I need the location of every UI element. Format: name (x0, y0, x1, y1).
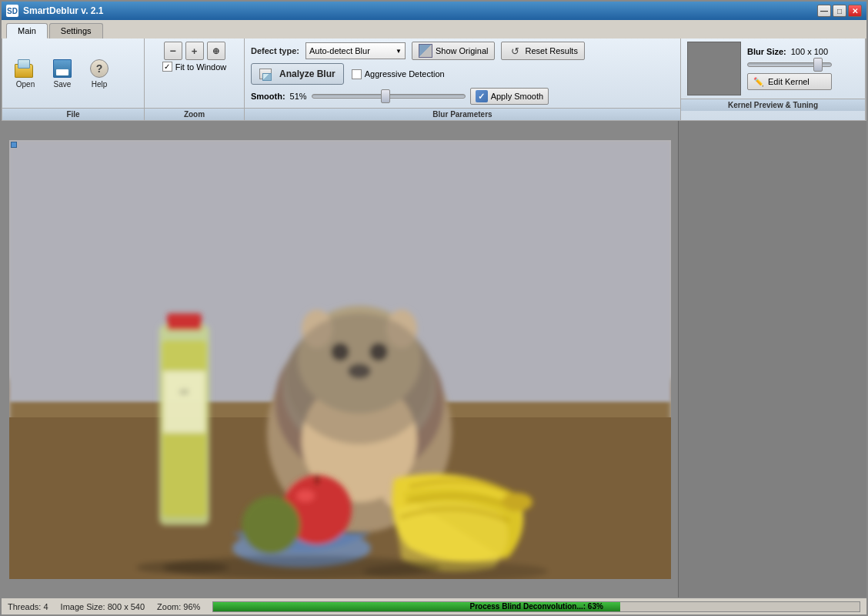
apply-smooth-label: Apply Smooth (491, 92, 543, 101)
blur-row3: Smooth: 51% ✓ Apply Smooth (251, 88, 549, 105)
analyze-blur-label: Analyze Blur (279, 69, 336, 79)
open-button[interactable]: Open (8, 55, 42, 91)
title-controls: — □ ✕ (817, 5, 862, 17)
fit-to-window-label: Fit to Window (175, 62, 227, 72)
svg-point-22 (286, 313, 432, 444)
blur-size-label: Blur Size: (747, 47, 786, 56)
defect-type-value: Auto-detect Blur (309, 46, 370, 55)
image-container: Oil (9, 140, 671, 579)
blur-params-section: Defect type: Auto-detect Blur ▼ Show Ori… (245, 38, 681, 120)
file-section-content: Open Save ? Help (2, 38, 144, 108)
smooth-label: Smooth: (251, 92, 285, 101)
zoom-out-button[interactable]: − (164, 42, 182, 60)
fit-window-row: ✓ Fit to Window (162, 62, 227, 72)
blur-section-content: Defect type: Auto-detect Blur ▼ Show Ori… (245, 38, 680, 108)
smooth-value: 51% (290, 92, 307, 101)
smooth-slider[interactable] (312, 94, 466, 99)
svg-rect-27 (315, 475, 319, 484)
analyze-blur-button[interactable]: Analyze Blur (251, 63, 344, 85)
open-icon-graphic (15, 59, 36, 78)
apply-smooth-button[interactable]: ✓ Apply Smooth (470, 88, 549, 105)
show-original-icon-graphic (419, 44, 432, 58)
tab-bar: Main Settings (2, 20, 866, 38)
zoom-section-content: − + ⊕ ✓ Fit to Window (145, 38, 244, 108)
blur-params-section-label: Blur Parameters (245, 108, 680, 120)
kernel-preview (687, 42, 741, 95)
aggressive-detection-checkbox[interactable] (352, 69, 362, 79)
save-icon-graphic (53, 59, 72, 78)
svg-point-28 (502, 493, 532, 511)
app-icon: SD (6, 5, 18, 17)
kernel-section-label: Kernel Preview & Tuning (681, 99, 865, 111)
close-button[interactable]: ✕ (848, 5, 862, 17)
image-area: Oil (2, 121, 866, 598)
zoom-section-label: Zoom (145, 108, 244, 120)
progress-text: Process Blind Deconvolution...: 63% (213, 602, 860, 611)
zoom-icons-row: − + ⊕ (164, 42, 225, 60)
aggressive-detection-label: Aggressive Detection (365, 69, 445, 79)
svg-point-26 (242, 496, 300, 554)
toolbar: Open Save ? Help File (2, 38, 866, 121)
defect-type-dropdown[interactable]: Auto-detect Blur ▼ (305, 42, 406, 59)
show-original-button[interactable]: Show Original (412, 42, 495, 60)
tab-main[interactable]: Main (6, 23, 48, 38)
progress-bar-container: Process Blind Deconvolution...: 63% (212, 601, 860, 612)
edit-kernel-icon: ✏️ (753, 75, 765, 88)
status-bar: Threads: 4 Image Size: 800 x 540 Zoom: 9… (2, 598, 866, 614)
image-size-status: Image Size: 800 x 540 (61, 602, 145, 611)
show-original-icon (419, 44, 432, 58)
analyze-icon (259, 67, 275, 81)
open-icon (15, 58, 36, 79)
edit-kernel-button[interactable]: ✏️ Edit Kernel (747, 73, 832, 90)
zoom-status: Zoom: 96% (157, 602, 200, 611)
corner-marker (11, 142, 17, 148)
app-window: SD SmartDeblur v. 2.1 — □ ✕ Main Setting… (0, 0, 868, 616)
right-panel (678, 121, 866, 598)
svg-point-25 (296, 490, 315, 502)
fit-to-window-checkbox[interactable]: ✓ (162, 62, 172, 72)
help-label: Help (92, 80, 108, 89)
zoom-section: − + ⊕ ✓ Fit to Window Zoom (145, 38, 245, 120)
zoom-in-button[interactable]: + (185, 42, 204, 60)
zoom-actual-button[interactable]: ⊕ (207, 42, 225, 60)
image-canvas: Oil (2, 121, 678, 598)
blur-row1: Defect type: Auto-detect Blur ▼ Show Ori… (251, 42, 585, 60)
title-bar: SD SmartDeblur v. 2.1 — □ ✕ (2, 2, 866, 20)
save-button[interactable]: Save (45, 55, 79, 91)
help-button[interactable]: ? Help (82, 55, 116, 91)
file-section-label: File (2, 108, 144, 120)
photo-svg: Oil (9, 140, 671, 579)
kernel-right: Blur Size: 100 x 100 ✏️ Edit Kernel (747, 47, 832, 90)
save-icon (52, 58, 73, 79)
kernel-section-content: Blur Size: 100 x 100 ✏️ Edit Kernel (681, 38, 865, 99)
maximize-button[interactable]: □ (833, 5, 846, 17)
blur-size-slider[interactable] (747, 62, 832, 67)
blur-size-value: 100 x 100 (791, 47, 828, 56)
title-bar-left: SD SmartDeblur v. 2.1 (6, 5, 103, 17)
save-label: Save (54, 80, 72, 89)
threads-status: Threads: 4 (8, 602, 48, 611)
window-title: SmartDeblur v. 2.1 (23, 5, 103, 16)
kernel-section: Blur Size: 100 x 100 ✏️ Edit Kernel Kern… (681, 38, 866, 120)
defect-type-label: Defect type: (251, 46, 299, 55)
minimize-button[interactable]: — (817, 5, 831, 17)
show-original-label: Show Original (436, 46, 488, 55)
reset-icon: ↺ (508, 44, 522, 58)
smooth-slider-thumb[interactable] (381, 89, 390, 103)
blur-size-thumb[interactable] (813, 58, 823, 72)
help-icon: ? (88, 58, 110, 79)
file-section: Open Save ? Help File (2, 38, 145, 120)
aggressive-detection-row: Aggressive Detection (352, 69, 445, 79)
edit-kernel-label: Edit Kernel (768, 77, 810, 86)
svg-rect-7 (167, 313, 202, 330)
blur-size-row: Blur Size: 100 x 100 (747, 47, 832, 56)
reset-results-label: Reset Results (525, 46, 577, 55)
tab-settings[interactable]: Settings (49, 23, 103, 38)
dropdown-arrow-icon: ▼ (396, 48, 402, 55)
reset-results-button[interactable]: ↺ Reset Results (501, 42, 584, 60)
blur-row2: Analyze Blur Aggressive Detection (251, 63, 445, 85)
svg-text:Oil: Oil (179, 387, 188, 395)
svg-point-31 (136, 561, 229, 574)
svg-rect-8 (163, 371, 205, 433)
open-label: Open (16, 80, 35, 89)
